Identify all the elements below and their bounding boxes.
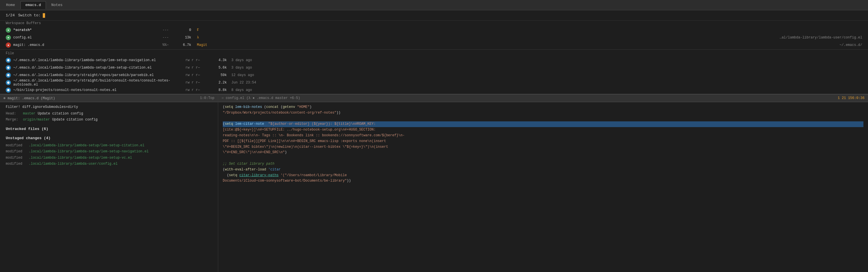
file-name-0: ~/.emacs.d/.local/lambda-library/lambda-… — [13, 58, 185, 62]
tab-notes-label: Notes — [51, 3, 63, 7]
file-size-0: 4.3k — [214, 58, 231, 62]
file-icon-0 — [6, 58, 11, 63]
mod-row-0[interactable]: modified .local/lambda-library/lambda-se… — [6, 143, 212, 149]
buffer-row-config[interactable]: ● config.el --- 13k λ …al/lambda-library… — [0, 34, 868, 41]
file-size-3: 2.2k — [214, 81, 231, 84]
svg-point-0 — [7, 59, 9, 61]
merge-label: Merge: — [6, 117, 23, 123]
merge-branch: origin/master — [23, 117, 50, 123]
mod-row-2[interactable]: modified .local/lambda-library/lambda-se… — [6, 155, 212, 161]
left-panel: ⊗ magit: .emacs.d (Magit) 1:0:Top Filter… — [0, 94, 218, 272]
code-line-9: (setq citar-library-paths '("/Users/roam… — [223, 173, 863, 178]
buf-path-config: …al/lambda-library/lambda-user/config.el — [226, 36, 862, 40]
buf-dashes-magit: %%− — [162, 43, 180, 47]
buf-name-config: config.el — [13, 36, 162, 40]
buf-size-magit: 6.7k — [180, 43, 197, 47]
buf-mode-scratch: F — [197, 28, 226, 32]
file-row-4[interactable]: ~/bin/lisp-projects/consult-notes/consul… — [0, 87, 868, 94]
file-icon-3 — [6, 80, 11, 85]
head-branch: master — [23, 111, 35, 116]
mod-file-2: .local/lambda-library/lambda-setup/lem-s… — [29, 155, 132, 161]
main-container: 1/24 Switch to: Workspace Buffers ● *scr… — [0, 10, 868, 272]
file-name-1: ~/.emacs.d/.local/lambda-library/lambda-… — [13, 66, 185, 70]
svg-point-1 — [7, 67, 9, 69]
left-status-bar: ⊗ magit: .emacs.d (Magit) 1:0:Top — [0, 94, 218, 102]
file-row-1[interactable]: ~/.emacs.d/.local/lambda-library/lambda-… — [0, 64, 868, 71]
left-status-left: ⊗ magit: .emacs.d (Magit) — [3, 96, 200, 100]
mod-row-1[interactable]: modified .local/lambda-library/lambda-se… — [6, 149, 212, 155]
magit-head-line: Head: master Update citation config — [6, 111, 212, 116]
file-date-0: 3 days ago — [231, 58, 272, 62]
svg-point-4 — [7, 89, 9, 91]
file-name-2: ~/.emacs.d/.local/lambda-library/straigh… — [13, 73, 185, 77]
file-perms-1: rw r r— — [185, 66, 214, 70]
code-line-4: reading-notes\n\n- Tags :: \n- Bookends … — [223, 133, 863, 139]
file-perms-3: rw r r— — [185, 81, 214, 84]
code-line-7: \"#+END_SRC\")\n\n#+END_SRC\n") — [223, 150, 863, 156]
file-size-2: 59k — [214, 73, 231, 77]
code-line-0: (setq lem-bib-notes (concat (getenv "HOM… — [223, 104, 863, 110]
file-row-0[interactable]: ~/.emacs.d/.local/lambda-library/lambda-… — [0, 57, 868, 64]
file-icon-1 — [6, 65, 11, 70]
buf-path-magit: ~/.emacs.d/ — [226, 43, 862, 47]
tab-bar: Home emacs.d Notes — [0, 0, 868, 10]
buf-dashes-scratch: --- — [162, 28, 180, 32]
switch-cursor — [43, 13, 45, 18]
code-line-5: PDF :: [[${file}][PDF Link]]\n\n\n#+BEGI… — [223, 139, 863, 144]
svg-point-2 — [7, 74, 9, 76]
code-content: (setq lem-bib-notes (concat (getenv "HOM… — [218, 102, 868, 272]
right-panel: ○ config.el (λ ● .emacs.d master +6-5) 1… — [218, 94, 868, 272]
file-row-2[interactable]: ~/.emacs.d/.local/lambda-library/straigh… — [0, 71, 868, 79]
file-size-1: 5.6k — [214, 66, 231, 70]
code-line-2: (setq lem-citar-note "${author-or-editor… — [223, 122, 863, 127]
buf-name-magit: magit: .emacs.d — [13, 43, 162, 47]
magit-merge-line: Merge: origin/master Update citation con… — [6, 117, 212, 123]
buffer-row-scratch[interactable]: ● *scratch* --- 0 F — [0, 26, 868, 34]
tab-notes[interactable]: Notes — [46, 1, 67, 9]
buf-size-config: 13k — [180, 36, 197, 40]
left-status-right: 1:0:Top — [200, 96, 214, 100]
buf-name-scratch: *scratch* — [13, 28, 162, 32]
file-perms-0: rw r r— — [185, 58, 214, 62]
merge-commit: Update citation config — [52, 117, 98, 123]
file-perms-2: rw r r— — [185, 73, 214, 77]
top-section: 1/24 Switch to: Workspace Buffers ● *scr… — [0, 10, 868, 94]
head-commit: Update citation config — [38, 111, 83, 116]
svg-point-3 — [7, 81, 9, 84]
buffer-count: 1/24 — [6, 13, 14, 18]
file-icon-4 — [6, 88, 11, 93]
unstaged-heading: Unstaged changes (4) — [6, 135, 212, 141]
file-list: ~/.emacs.d/.local/lambda-library/lambda-… — [0, 57, 868, 94]
code-line-1: "/Dropbox/Work/projects/notebook/content… — [223, 110, 863, 116]
buf-mode-magit: Magit — [197, 43, 226, 47]
untracked-heading: Untracked files (6) — [6, 126, 212, 132]
buf-icon-config: ● — [6, 35, 11, 40]
file-date-4: 8 days ago — [231, 88, 272, 92]
file-row-3[interactable]: ~/.emacs.d/.local/lambda-library/straigh… — [0, 79, 868, 87]
magit-filter-line: Filter! diff.ignoreSubmodules=dirty — [6, 104, 212, 110]
buf-icon-scratch: ● — [6, 28, 11, 33]
code-line-6: \"#+BEGIN_SRC bibtex\")\n(newline)\n(cit… — [223, 144, 863, 150]
code-line-8: (with-eval-after-load 'citar — [223, 167, 863, 173]
mod-label-2: modified — [6, 155, 29, 161]
buffer-header: 1/24 Switch to: — [0, 10, 868, 21]
file-size-4: 8.8k — [214, 88, 231, 92]
tab-emacs[interactable]: emacs.d — [20, 1, 46, 9]
workspace-buffers-label: Workspace Buffers — [0, 21, 868, 26]
right-status-bar: ○ config.el (λ ● .emacs.d master +6-5) 1… — [218, 94, 868, 102]
mod-label-1: modified — [6, 149, 29, 155]
code-line-blank-1 — [223, 116, 863, 122]
mod-label-0: modified — [6, 143, 29, 148]
buf-icon-magit: ◆ — [6, 42, 11, 47]
file-date-1: 3 days ago — [231, 66, 272, 70]
buffer-row-magit[interactable]: ◆ magit: .emacs.d %%− 6.7k Magit ~/.emac… — [0, 41, 868, 49]
buf-mode-config: λ — [197, 36, 226, 40]
file-date-2: 12 days ago — [231, 73, 272, 77]
mod-row-3[interactable]: modified .local/lambda-library/lambda-us… — [6, 161, 212, 167]
head-label: Head: — [6, 111, 23, 116]
code-line-10: Documents/iCloud~com~sonnysoftware~bot/D… — [223, 178, 863, 184]
tab-home[interactable]: Home — [1, 1, 20, 9]
buf-size-scratch: 0 — [180, 28, 197, 32]
tab-emacs-label: emacs.d — [25, 3, 41, 7]
file-section-label: File — [0, 50, 868, 57]
